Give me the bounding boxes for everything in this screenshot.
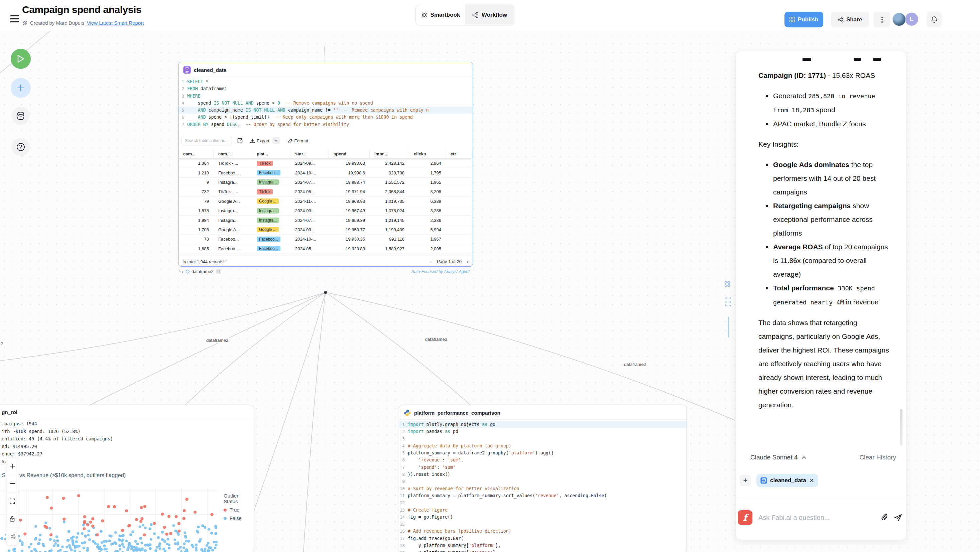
table-row[interactable]: 732TikTok - ...TikTok2024-05...19,971.94…: [178, 187, 473, 196]
paperclip-icon: [881, 514, 888, 522]
scrollbar-thumb[interactable]: [900, 409, 902, 446]
column-header[interactable]: star...: [290, 149, 329, 158]
table-row[interactable]: 1,218Faceboo...Faceboo...2024-10-...19,9…: [178, 168, 473, 177]
bell-icon: [931, 16, 937, 23]
scatter-plot[interactable]: [0, 487, 254, 552]
table-row[interactable]: 1,685Faceboo...Faceboo...2024-05...19,92…: [178, 244, 473, 254]
table-row[interactable]: 79Google A...Google ...2024-11-...19,968…: [178, 197, 473, 206]
table-cell: [446, 216, 473, 224]
table-cell: TikTok - ...: [213, 159, 252, 168]
column-header[interactable]: impr...: [370, 149, 409, 158]
platform-badge: Faceboo...: [257, 246, 280, 251]
add-node-button[interactable]: [11, 78, 31, 98]
fit-view-button[interactable]: [6, 493, 18, 510]
format-button[interactable]: Format: [288, 138, 308, 143]
lock-canvas-button[interactable]: [6, 510, 18, 528]
sql-code-editor[interactable]: 1∨SELECT *2FROM dataframe13WHERE4 spend …: [178, 77, 473, 128]
panel-resize-indicator[interactable]: [728, 317, 729, 337]
table-cell: 2024-05...: [290, 244, 329, 253]
avatar-l[interactable]: L: [905, 13, 918, 26]
column-header[interactable]: cam...: [213, 149, 252, 158]
result-table[interactable]: cam...cam...plat...star...spendimpr...cl…: [178, 149, 473, 254]
tab-workflow[interactable]: Workflow: [465, 5, 514, 25]
table-row[interactable]: 9Instagra...Instagra...2024-07...19,988.…: [178, 178, 473, 187]
download-icon: [250, 138, 255, 143]
chip-close-icon[interactable]: ✕: [809, 477, 814, 484]
prev-page-button[interactable]: ‹: [430, 259, 431, 264]
table-cell: [446, 187, 473, 196]
table-cell: [446, 244, 473, 253]
column-header[interactable]: clicks: [409, 149, 446, 158]
code-line: 2FROM dataframe1: [178, 85, 473, 92]
publish-button[interactable]: Publish: [784, 12, 823, 27]
column-header[interactable]: spend: [329, 149, 370, 158]
python-node-campaign-roi[interactable]: gn_roi mpaigns: 1944 ith ≥$10k spend: 10…: [0, 405, 254, 552]
table-cell: 1,364: [178, 159, 213, 168]
legend-entry-true[interactable]: True: [224, 507, 254, 512]
pagination: ‹ Page 1 of 20 ›: [430, 259, 469, 264]
table-search-input[interactable]: [181, 136, 232, 145]
code-line: 13# Create figure: [399, 507, 687, 514]
column-header[interactable]: ctr: [446, 149, 473, 158]
table-cell: 2024-05...: [290, 187, 329, 196]
table-cell: 19,930.35: [329, 235, 370, 243]
table-cell: 19,959.39: [329, 216, 370, 224]
run-workflow-button[interactable]: [11, 49, 31, 69]
context-chip-cleaned-data[interactable]: SQL cleaned_data ✕: [756, 474, 818, 487]
code-line: 1import plotly.graph_objects as go: [399, 421, 687, 428]
data-sources-button[interactable]: [12, 107, 30, 125]
table-cell: 1,984: [178, 216, 213, 224]
chat-input[interactable]: [759, 514, 878, 522]
table-row[interactable]: 73Faceboo...Faceboo...2024-10-...19,930.…: [178, 235, 473, 244]
zoom-in-button[interactable]: [6, 457, 18, 475]
export-button[interactable]: Export: [250, 137, 280, 144]
table-row[interactable]: 1,364TikTok - ...TikTok2024-09...19,993.…: [178, 159, 473, 168]
py-node-title: platform_performance_comparison: [414, 410, 500, 416]
divider: [0, 418, 254, 418]
share-button[interactable]: Share: [831, 12, 869, 27]
code-line: 2import pandas as pd: [399, 428, 687, 435]
table-expand-button[interactable]: [237, 138, 243, 143]
tab-smartbook[interactable]: Smartbook: [416, 5, 465, 25]
table-cell: 1,019,735: [370, 197, 409, 206]
clear-history-button[interactable]: Clear History: [859, 454, 896, 461]
py-node-header[interactable]: platform_performance_comparison: [399, 405, 687, 419]
python-code-editor[interactable]: 1import plotly.graph_objects as go2impor…: [399, 420, 687, 552]
legend-entry-false[interactable]: False: [224, 515, 254, 521]
model-selector[interactable]: Claude Sonnet 4: [750, 454, 806, 461]
avatar-photo[interactable]: [892, 13, 906, 26]
more-options-button[interactable]: [873, 12, 891, 27]
zoom-out-button[interactable]: [6, 475, 18, 493]
table-row[interactable]: 1,984Instagra...Instagra...2024-07...19,…: [178, 216, 473, 225]
send-button[interactable]: [891, 511, 905, 524]
help-button[interactable]: [12, 138, 30, 156]
attach-file-button[interactable]: [878, 511, 891, 524]
minus-icon: [10, 481, 15, 486]
atom-icon[interactable]: [723, 280, 731, 288]
chat-message-area: Campaign (ID: 1771) - 15.63x ROASGenerat…: [736, 51, 906, 445]
code-line: 4# Aggregate data by platform (ad group): [399, 442, 687, 449]
python-node-platform-performance[interactable]: platform_performance_comparison 1import …: [399, 405, 687, 552]
smart-report-link[interactable]: View Latest Smart Report: [87, 20, 144, 26]
menu-button[interactable]: [10, 15, 19, 22]
auto-layout-button[interactable]: [6, 528, 18, 545]
table-row[interactable]: 1,708Google A...Google ...2024-09...19,9…: [178, 225, 473, 235]
output-dataframe-label[interactable]: dataframe2: [191, 269, 213, 274]
panel-drag-handle[interactable]: [725, 297, 732, 307]
table-row[interactable]: 1,578Instagra...Instagra...2024-03...19,…: [178, 206, 473, 216]
add-context-button[interactable]: +: [740, 475, 751, 486]
next-page-button[interactable]: ›: [467, 259, 469, 264]
table-cell: 1,795: [409, 168, 446, 177]
sql-node-cleaned-data[interactable]: SQL cleaned_data 1∨SELECT *2FROM datafra…: [178, 62, 473, 267]
column-header[interactable]: plat...: [252, 149, 290, 158]
table-cell: 2,386: [409, 216, 446, 224]
output-badge[interactable]: [216, 269, 221, 274]
sql-node-header[interactable]: SQL cleaned_data: [178, 62, 473, 76]
table-cell: 1,218: [178, 168, 213, 177]
column-header[interactable]: cam...: [178, 149, 213, 158]
export-chevron-button[interactable]: [272, 137, 280, 144]
code-line: 8}).reset_index(): [399, 471, 687, 478]
platform-badge: Instagra...: [257, 218, 279, 223]
platform-badge: Instagra...: [257, 180, 279, 185]
notifications-button[interactable]: [926, 12, 942, 27]
